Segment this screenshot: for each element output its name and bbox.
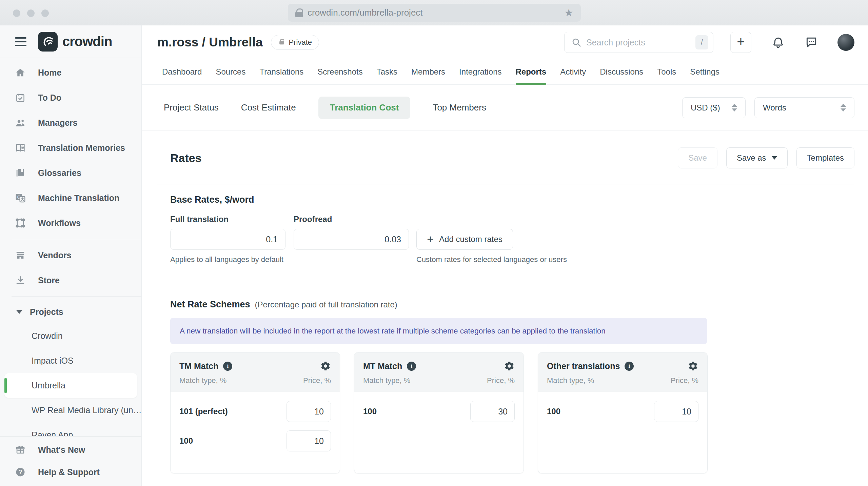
currency-select[interactable]: USD ($) bbox=[682, 97, 746, 118]
unit-select[interactable]: Words bbox=[754, 97, 854, 118]
sidebar-item-translation-memories[interactable]: Translation Memories bbox=[0, 135, 141, 160]
save-button[interactable]: Save bbox=[678, 147, 717, 168]
sidebar-item-workflows[interactable]: Workflows bbox=[0, 210, 141, 236]
price-input[interactable] bbox=[654, 401, 698, 422]
sidebar-item-home[interactable]: Home bbox=[0, 60, 141, 85]
download-icon bbox=[15, 275, 26, 286]
tab-integrations[interactable]: Integrations bbox=[459, 59, 501, 84]
tab-sources[interactable]: Sources bbox=[216, 59, 245, 84]
tab-tools[interactable]: Tools bbox=[657, 59, 676, 84]
match-type-column-header: Match type, % bbox=[179, 376, 226, 385]
tab-activity[interactable]: Activity bbox=[560, 59, 586, 84]
open-book-icon bbox=[15, 142, 26, 153]
tab-dashboard[interactable]: Dashboard bbox=[162, 59, 202, 84]
tab-settings[interactable]: Settings bbox=[690, 59, 719, 84]
question-circle-icon: ? bbox=[15, 467, 26, 478]
rates-title: Rates bbox=[170, 151, 202, 165]
bookmark-star-icon[interactable] bbox=[564, 7, 573, 19]
price-input[interactable] bbox=[470, 401, 515, 422]
svg-text:?: ? bbox=[19, 469, 22, 475]
tab-discussions[interactable]: Discussions bbox=[600, 59, 643, 84]
messages-chat-icon[interactable] bbox=[805, 36, 818, 49]
project-tabs: Dashboard Sources Translations Screensho… bbox=[142, 59, 868, 85]
project-item-wp-real-media-library[interactable]: WP Real Media Library (un… bbox=[0, 398, 141, 423]
match-row: 100 bbox=[363, 401, 515, 422]
gear-icon[interactable] bbox=[320, 361, 331, 371]
sidebar-item-glossaries[interactable]: Glossaries bbox=[0, 160, 141, 185]
create-project-button[interactable] bbox=[730, 32, 751, 53]
base-rates-heading: Base Rates, $/word bbox=[170, 195, 854, 205]
project-item-crowdin[interactable]: Crowdin bbox=[0, 324, 141, 348]
price-input[interactable] bbox=[287, 401, 331, 422]
subtab-cost-estimate[interactable]: Cost Estimate bbox=[241, 97, 296, 119]
managers-people-icon bbox=[15, 117, 26, 128]
price-input[interactable] bbox=[287, 430, 331, 451]
glossary-book-icon bbox=[15, 167, 26, 178]
sidebar-item-store[interactable]: Store bbox=[0, 268, 141, 293]
info-icon[interactable] bbox=[625, 362, 634, 371]
sidebar-nav: Home To Do Managers bbox=[0, 58, 141, 436]
sidebar-item-todo[interactable]: To Do bbox=[0, 85, 141, 110]
browser-chrome: crowdin.com/umbrella-project bbox=[0, 0, 868, 25]
price-column-header: Price, % bbox=[671, 376, 698, 385]
search-box: / bbox=[564, 32, 713, 53]
sidebar-item-whats-new[interactable]: What's New bbox=[0, 439, 141, 461]
sidebar-item-help-support[interactable]: ? Help & Support bbox=[0, 461, 141, 483]
full-translation-rate-input[interactable] bbox=[170, 229, 285, 250]
active-indicator bbox=[4, 378, 7, 393]
tab-screenshots[interactable]: Screenshots bbox=[317, 59, 362, 84]
rates-panel: Rates Save Save as Templates Base Rates,… bbox=[142, 130, 868, 486]
address-bar[interactable]: crowdin.com/umbrella-project bbox=[288, 4, 581, 22]
match-type-column-header: Match type, % bbox=[547, 376, 594, 385]
subtab-project-status[interactable]: Project Status bbox=[164, 97, 219, 119]
match-row: 101 (perfect) bbox=[179, 401, 331, 422]
project-item-impact-ios[interactable]: Impact iOS bbox=[0, 348, 141, 373]
projects-group-toggle[interactable]: Projects bbox=[0, 300, 141, 324]
gift-icon bbox=[15, 444, 26, 455]
proofread-label: Proofread bbox=[294, 215, 332, 224]
match-type-column-header: Match type, % bbox=[363, 376, 410, 385]
lock-icon bbox=[279, 39, 284, 44]
tab-reports[interactable]: Reports bbox=[516, 59, 547, 84]
url-text: crowdin.com/umbrella-project bbox=[308, 7, 559, 18]
crowdin-wordmark: crowdin bbox=[62, 34, 112, 49]
select-arrows-icon bbox=[841, 104, 846, 112]
crowdin-logo-icon bbox=[38, 32, 58, 52]
price-column-header: Price, % bbox=[487, 376, 515, 385]
gear-icon[interactable] bbox=[504, 361, 515, 371]
crowdin-logo[interactable]: crowdin bbox=[38, 32, 112, 52]
info-icon[interactable] bbox=[407, 362, 416, 371]
window-controls[interactable] bbox=[13, 9, 49, 17]
proofread-rate-input[interactable] bbox=[294, 229, 409, 250]
info-icon[interactable] bbox=[223, 362, 232, 371]
match-row: 100 bbox=[547, 401, 698, 422]
match-type-value: 100 bbox=[363, 407, 377, 416]
sidebar-item-managers[interactable]: Managers bbox=[0, 110, 141, 135]
user-avatar[interactable] bbox=[837, 34, 854, 51]
subtab-translation-cost[interactable]: Translation Cost bbox=[318, 97, 411, 119]
add-custom-rates-button[interactable]: Add custom rates bbox=[416, 229, 513, 250]
templates-button[interactable]: Templates bbox=[796, 147, 854, 168]
tab-tasks[interactable]: Tasks bbox=[377, 59, 397, 84]
sidebar-item-machine-translation[interactable]: G Machine Translation bbox=[0, 185, 141, 210]
sidebar-item-vendors[interactable]: Vendors bbox=[0, 243, 141, 268]
tab-members[interactable]: Members bbox=[411, 59, 445, 84]
todo-calendar-icon bbox=[15, 92, 26, 103]
base-rate-hint: Applies to all languages by default bbox=[170, 255, 416, 264]
reports-subtabs: Project Status Cost Estimate Translation… bbox=[142, 85, 868, 130]
project-item-raven-app[interactable]: Raven App bbox=[0, 423, 141, 436]
save-as-button[interactable]: Save as bbox=[726, 147, 788, 168]
select-arrows-icon bbox=[732, 104, 737, 112]
match-type-value: 101 (perfect) bbox=[179, 407, 228, 416]
net-rate-schemes-heading: Net Rate Schemes bbox=[170, 299, 250, 310]
search-input[interactable] bbox=[586, 38, 691, 47]
notifications-bell-icon[interactable] bbox=[772, 36, 785, 49]
project-header: m.ross / Umbrella Private / bbox=[142, 25, 868, 59]
subtab-top-members[interactable]: Top Members bbox=[433, 97, 486, 119]
tab-translations[interactable]: Translations bbox=[259, 59, 303, 84]
hamburger-menu-icon[interactable] bbox=[15, 37, 26, 46]
chevron-down-icon bbox=[16, 310, 22, 314]
lock-icon bbox=[295, 8, 303, 17]
gear-icon[interactable] bbox=[688, 361, 698, 371]
project-item-umbrella[interactable]: Umbrella bbox=[4, 373, 137, 398]
